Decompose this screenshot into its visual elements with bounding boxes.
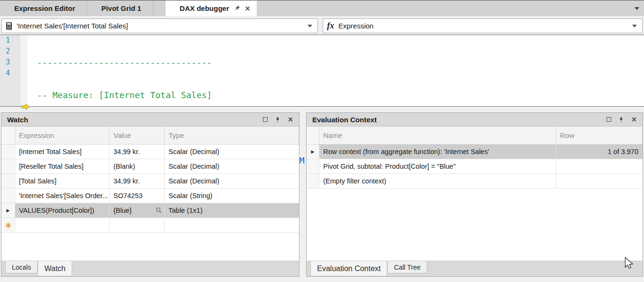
watch-row[interactable]: [Total Sales] 34,99 kr. Scalar (Decimal) <box>1 174 299 189</box>
doc-tab-label: Pivot Grid 1 <box>101 4 141 12</box>
doc-tab-label: Expression Editor <box>14 4 75 12</box>
header-gutter <box>1 127 15 144</box>
context-row-selected[interactable]: ▶ Row context (from aggregate function):… <box>307 145 643 159</box>
expression-combobox[interactable]: fx Expression <box>323 18 643 33</box>
editor-indicator-margin <box>20 35 28 106</box>
panel-title: Evaluation Context <box>312 116 377 124</box>
watch-row[interactable]: [Internet Total Sales] 34,99 kr. Scalar … <box>1 145 299 159</box>
watch-panel-tab-strip: Locals Watch <box>1 261 299 276</box>
context-grid-header: Name Row <box>307 127 643 145</box>
context-row[interactable]: Pivot Grid, subtotal: Product[Color] = "… <box>307 159 643 174</box>
pin-icon[interactable] <box>234 5 240 11</box>
chevron-down-icon[interactable] <box>308 25 312 27</box>
column-header-name[interactable]: Name <box>319 127 556 144</box>
line-number: 3 <box>6 57 10 68</box>
tab-watch[interactable]: Watch <box>37 261 72 276</box>
current-row-indicator-icon: ▶ <box>7 208 10 213</box>
evaluation-context-panel-header: Evaluation Context ✕ <box>307 113 643 127</box>
expression-combobox-value: Expression <box>338 22 373 30</box>
debugger-toolbar: 'Internet Sales'[Internet Total Sales] f… <box>0 16 644 35</box>
context-grid: Name Row ▶ Row context (from aggregate f… <box>307 127 643 189</box>
evaluation-context-panel: Evaluation Context ✕ Name Row ▶ Row cont… <box>306 112 643 277</box>
tab-evaluation-context[interactable]: Evaluation Context <box>310 261 387 276</box>
line-numbers: 1 2 3 4 <box>0 35 10 79</box>
watch-panel-header: Watch ✕ <box>1 113 299 127</box>
column-header-expression[interactable]: Expression <box>15 127 110 144</box>
close-icon[interactable]: ✕ <box>288 116 293 123</box>
tab-call-tree[interactable]: Call Tree <box>387 261 427 273</box>
fx-icon: fx <box>327 21 334 31</box>
tab-locals[interactable]: Locals <box>5 261 37 273</box>
new-row-star-icon <box>5 222 11 228</box>
measure-combobox[interactable]: 'Internet Sales'[Internet Total Sales] <box>1 18 318 33</box>
watch-panel: Watch ✕ Expression Value Type [Internet … <box>1 112 299 277</box>
panel-title: Watch <box>7 116 28 124</box>
document-tab-bar: Expression Editor Pivot Grid 1 DAX debug… <box>0 0 644 16</box>
doc-tab-pivot-grid-1[interactable]: Pivot Grid 1 <box>87 0 153 16</box>
watch-grid: Expression Value Type [Internet Total Sa… <box>1 127 299 233</box>
line-number: 1 <box>6 35 10 46</box>
row-position: 1 of 3.970 <box>556 145 643 159</box>
context-row[interactable]: (Empty filter context) <box>307 174 643 189</box>
calculator-icon <box>6 22 12 30</box>
close-icon[interactable]: ✕ <box>631 116 637 123</box>
current-statement-arrow-icon <box>21 103 30 112</box>
line-number: 2 <box>6 46 10 57</box>
close-icon[interactable]: ✕ <box>245 5 251 12</box>
tab-list-dropdown-icon[interactable] <box>635 7 639 10</box>
column-header-row[interactable]: Row <box>556 127 643 144</box>
maximize-icon[interactable] <box>607 117 611 122</box>
doc-tab-label: DAX debugger <box>180 4 229 12</box>
watch-new-row[interactable] <box>1 218 299 233</box>
code-comment: ---------------------------------- <box>37 57 212 67</box>
column-header-value[interactable]: Value <box>110 127 165 144</box>
doc-tab-dax-debugger[interactable]: DAX debugger ✕ <box>166 0 257 16</box>
context-panel-tab-strip: Evaluation Context Call Tree <box>307 261 643 276</box>
pin-icon[interactable] <box>618 117 624 123</box>
pin-icon[interactable] <box>275 117 280 123</box>
watch-row-selected[interactable]: ▶ VALUES(Product[Color]) {Blue} Table (1… <box>1 203 299 218</box>
column-header-type[interactable]: Type <box>165 127 299 144</box>
measure-combobox-value: 'Internet Sales'[Internet Total Sales] <box>17 22 128 30</box>
header-gutter <box>307 127 319 144</box>
maximize-icon[interactable] <box>263 117 268 122</box>
watch-row[interactable]: 'Internet Sales'[Sales Order... SO74253 … <box>1 189 299 203</box>
current-row-indicator-icon: ▶ <box>311 149 315 154</box>
watch-row[interactable]: [Reseller Total Sales] (Blank) Scalar (D… <box>1 159 299 174</box>
doc-tab-expression-editor[interactable]: Expression Editor <box>0 0 87 16</box>
watch-grid-header: Expression Value Type <box>1 127 299 145</box>
line-number: 4 <box>6 68 10 79</box>
magnifier-icon[interactable] <box>156 207 162 214</box>
dax-code-editor[interactable]: 1 2 3 4 --------------------------------… <box>0 35 644 107</box>
code-comment: -- Measure: [Internet Total Sales] <box>37 90 212 100</box>
chevron-down-icon[interactable] <box>632 25 637 27</box>
